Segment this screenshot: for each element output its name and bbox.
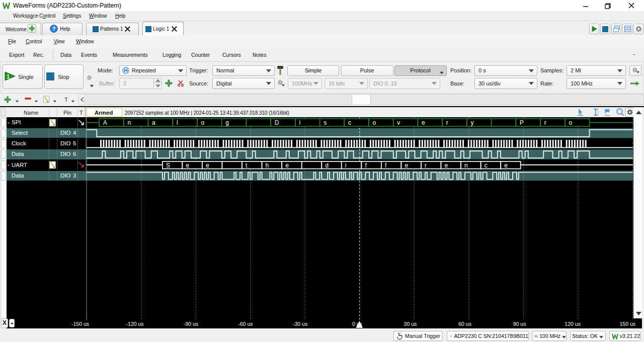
svg-text:e: e bbox=[206, 162, 209, 169]
svg-text:h: h bbox=[266, 162, 269, 169]
svg-text:e: e bbox=[445, 162, 448, 169]
svg-text:y: y bbox=[471, 119, 474, 126]
svg-text:-90 us: -90 us bbox=[184, 321, 198, 327]
svg-text:e: e bbox=[504, 162, 508, 169]
svg-text:r: r bbox=[425, 162, 427, 169]
svg-text:i: i bbox=[299, 119, 301, 126]
svg-text:e: e bbox=[186, 162, 189, 169]
svg-text:-120 us: -120 us bbox=[126, 321, 144, 327]
svg-text:a: a bbox=[152, 119, 155, 126]
svg-text:-30 us: -30 us bbox=[293, 321, 307, 327]
svg-text:120 us: 120 us bbox=[565, 321, 581, 327]
svg-text:150 us: 150 us bbox=[619, 321, 635, 327]
svg-text:o: o bbox=[569, 119, 572, 126]
svg-text:-60 us: -60 us bbox=[238, 321, 253, 327]
svg-text:S: S bbox=[166, 162, 170, 169]
svg-text:r: r bbox=[544, 119, 546, 126]
svg-text:n: n bbox=[464, 162, 468, 169]
svg-text:90 us: 90 us bbox=[513, 321, 526, 327]
svg-text:g: g bbox=[225, 119, 229, 126]
svg-text:r: r bbox=[446, 119, 448, 126]
svg-text:l: l bbox=[177, 119, 178, 126]
svg-text:P: P bbox=[520, 119, 524, 126]
svg-text:D: D bbox=[275, 119, 279, 126]
svg-text:i: i bbox=[345, 162, 347, 169]
svg-text:d: d bbox=[325, 162, 329, 169]
svg-text:c: c bbox=[348, 119, 351, 126]
svg-text:o: o bbox=[201, 119, 205, 126]
svg-text:n: n bbox=[127, 119, 131, 126]
svg-text:v: v bbox=[397, 119, 400, 126]
svg-text:-150 us: -150 us bbox=[71, 321, 89, 327]
svg-text:s: s bbox=[324, 119, 327, 126]
svg-text:e: e bbox=[405, 162, 409, 169]
svg-text:e: e bbox=[285, 162, 289, 169]
svg-text:o: o bbox=[373, 119, 376, 126]
svg-text:30 us: 30 us bbox=[404, 321, 417, 327]
svg-text:60 us: 60 us bbox=[458, 321, 471, 327]
svg-text:A: A bbox=[103, 119, 107, 126]
svg-text:c: c bbox=[485, 162, 488, 169]
svg-text:e: e bbox=[422, 119, 425, 126]
